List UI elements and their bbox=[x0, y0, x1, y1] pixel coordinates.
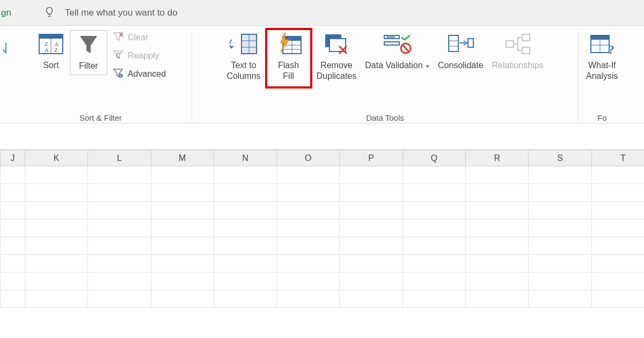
what-if-analysis-button[interactable]: ? What-If Analysis bbox=[582, 30, 623, 82]
advanced-button[interactable]: Advanced bbox=[113, 68, 166, 80]
clear-funnel-icon bbox=[113, 31, 123, 44]
flash-fill-icon bbox=[275, 31, 302, 57]
consolidate-label: Consolidate bbox=[438, 60, 484, 71]
column-header[interactable]: S bbox=[529, 150, 591, 166]
bulb-icon bbox=[43, 6, 55, 19]
text-to-columns-label: Text to Columns bbox=[226, 60, 260, 82]
column-header[interactable]: M bbox=[151, 150, 214, 166]
column-header[interactable]: T bbox=[591, 150, 644, 166]
svg-rect-37 bbox=[522, 47, 530, 54]
ribbon: Z A A Z Sort Filter bbox=[0, 26, 644, 123]
clear-button[interactable]: Clear bbox=[113, 31, 166, 44]
ribbon-tab-fragment[interactable]: gn bbox=[0, 8, 17, 18]
tell-me-search[interactable]: Tell me what you want to do bbox=[65, 8, 178, 18]
what-if-icon: ? bbox=[589, 31, 616, 57]
svg-text:?: ? bbox=[608, 42, 614, 56]
flash-fill-button[interactable]: Flash Fill bbox=[269, 30, 308, 82]
table-row[interactable] bbox=[1, 273, 645, 290]
reapply-label: Reapply bbox=[128, 51, 159, 61]
table-row[interactable] bbox=[1, 184, 645, 202]
table-row[interactable] bbox=[1, 237, 645, 255]
column-header[interactable]: J bbox=[1, 150, 25, 166]
text-to-columns-icon bbox=[230, 31, 258, 57]
clear-label: Clear bbox=[128, 33, 148, 42]
flash-fill-label: Flash Fill bbox=[278, 60, 299, 82]
relationships-label: Relationships bbox=[492, 60, 544, 71]
group-data-tools: Text to Columns Flash Fill bbox=[192, 29, 579, 123]
table-row[interactable] bbox=[1, 166, 645, 184]
sort-az-icon: Z A A Z bbox=[38, 31, 64, 57]
svg-text:A: A bbox=[45, 47, 49, 53]
data-validation-button[interactable]: Data Validation ▾ bbox=[361, 30, 434, 71]
what-if-label: What-If Analysis bbox=[586, 60, 618, 82]
filter-funnel-icon bbox=[78, 32, 99, 57]
reapply-funnel-icon bbox=[113, 49, 123, 62]
column-header[interactable]: O bbox=[277, 150, 340, 166]
relationships-icon bbox=[504, 31, 532, 57]
remove-duplicates-button[interactable]: Remove Duplicates bbox=[312, 30, 361, 82]
svg-line-30 bbox=[402, 45, 409, 52]
column-header[interactable]: R bbox=[466, 150, 529, 166]
column-header[interactable]: K bbox=[25, 150, 88, 166]
consolidate-icon bbox=[447, 31, 474, 57]
table-row[interactable] bbox=[1, 219, 645, 237]
table-row[interactable] bbox=[1, 255, 645, 273]
sort-label: Sort bbox=[43, 60, 58, 71]
data-validation-label: Data Validation ▾ bbox=[365, 60, 429, 71]
data-validation-icon bbox=[382, 31, 412, 57]
table-row[interactable] bbox=[1, 290, 645, 308]
group-forecast: ? What-If Analysis Fo bbox=[579, 29, 626, 123]
spreadsheet-grid[interactable]: J K L M N O P Q R S T bbox=[0, 149, 644, 308]
filter-button[interactable]: Filter bbox=[70, 30, 107, 75]
svg-rect-35 bbox=[506, 41, 514, 47]
refresh-arrow-icon[interactable] bbox=[1, 40, 9, 58]
filter-label: Filter bbox=[79, 61, 98, 71]
sort-button[interactable]: Z A A Z Sort bbox=[32, 30, 70, 71]
advanced-label: Advanced bbox=[128, 69, 166, 79]
group-label-data-tools: Data Tools bbox=[366, 113, 404, 123]
column-header[interactable]: P bbox=[340, 150, 402, 166]
consolidate-button[interactable]: Consolidate bbox=[434, 30, 488, 71]
table-row[interactable] bbox=[1, 202, 645, 219]
chevron-down-icon: ▾ bbox=[426, 63, 429, 69]
column-header[interactable]: Q bbox=[402, 150, 465, 166]
svg-rect-27 bbox=[384, 42, 399, 45]
svg-text:Z: Z bbox=[54, 47, 58, 53]
svg-rect-34 bbox=[468, 39, 473, 47]
group-label-sort-filter: Sort & Filter bbox=[79, 113, 122, 123]
text-to-columns-button[interactable]: Text to Columns bbox=[222, 30, 265, 82]
flash-fill-highlight: Flash Fill bbox=[265, 28, 312, 89]
reapply-button[interactable]: Reapply bbox=[113, 49, 166, 62]
title-bar: gn Tell me what you want to do bbox=[0, 0, 644, 26]
column-header[interactable]: N bbox=[214, 150, 276, 166]
column-header[interactable]: L bbox=[88, 150, 151, 166]
group-sort-filter: Z A A Z Sort Filter bbox=[10, 29, 192, 123]
column-header-row: J K L M N O P Q R S T bbox=[1, 150, 645, 166]
svg-rect-31 bbox=[449, 35, 458, 52]
relationships-button[interactable]: Relationships bbox=[488, 30, 548, 71]
remove-duplicates-label: Remove Duplicates bbox=[317, 60, 357, 82]
svg-rect-36 bbox=[522, 34, 530, 41]
advanced-funnel-icon bbox=[113, 68, 123, 80]
group-label-forecast: Fo bbox=[597, 113, 607, 123]
remove-duplicates-icon bbox=[323, 31, 350, 57]
svg-rect-1 bbox=[39, 34, 63, 39]
